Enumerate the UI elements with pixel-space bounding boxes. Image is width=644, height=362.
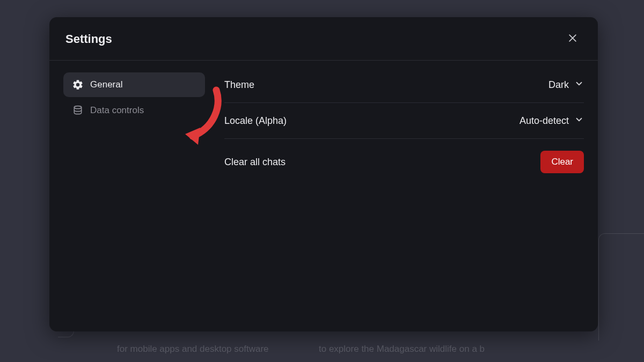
settings-modal: Settings General — [49, 17, 598, 331]
settings-sidebar: General Data controls — [63, 72, 205, 320]
background-card-fragment — [598, 233, 644, 341]
sidebar-item-general[interactable]: General — [63, 72, 205, 97]
setting-row-locale: Locale (Alpha) Auto-detect — [224, 103, 584, 139]
background-text: to explore the Madagascar wildlife on a … — [319, 344, 485, 354]
locale-select[interactable]: Auto-detect — [519, 115, 584, 127]
modal-header: Settings — [49, 17, 598, 61]
setting-row-clear: Clear all chats Clear — [224, 139, 584, 185]
sidebar-item-data-controls[interactable]: Data controls — [63, 98, 205, 123]
chevron-down-icon — [574, 79, 584, 91]
gear-icon — [72, 79, 84, 91]
settings-content: Theme Dark Locale (Alpha) Auto-detect — [205, 72, 584, 320]
setting-row-theme: Theme Dark — [224, 76, 584, 103]
clear-button[interactable]: Clear — [540, 151, 584, 173]
select-value: Dark — [548, 79, 569, 91]
modal-body: General Data controls Theme Dark — [49, 61, 598, 331]
background-text: for mobile apps and desktop software — [117, 344, 269, 354]
modal-title: Settings — [65, 32, 112, 46]
close-button[interactable] — [564, 30, 582, 48]
select-value: Auto-detect — [519, 115, 569, 127]
close-icon — [567, 33, 578, 46]
sidebar-item-label: Data controls — [90, 105, 144, 116]
setting-label: Theme — [224, 79, 254, 91]
sidebar-item-label: General — [90, 79, 122, 90]
theme-select[interactable]: Dark — [548, 79, 584, 91]
chevron-down-icon — [574, 115, 584, 127]
database-icon — [72, 105, 84, 116]
setting-label: Locale (Alpha) — [224, 115, 287, 127]
setting-label: Clear all chats — [224, 157, 286, 168]
svg-point-2 — [74, 106, 81, 109]
